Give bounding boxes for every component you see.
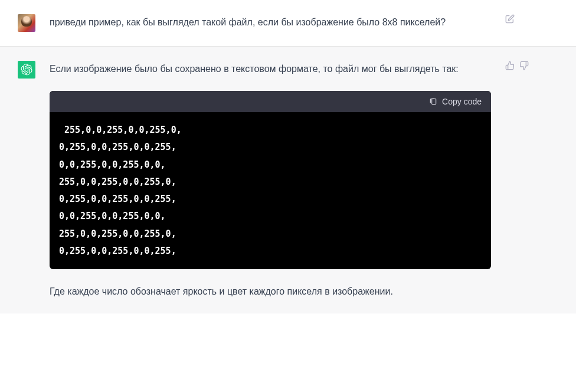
copy-code-label: Copy code — [442, 97, 482, 106]
thumbs-down-icon[interactable] — [519, 61, 529, 70]
user-content: приведи пример, как бы выглядел такой фа… — [50, 14, 491, 32]
code-header: Copy code — [50, 91, 491, 112]
svg-rect-0 — [432, 99, 436, 104]
assistant-outro-text: Где каждое число обозначает яркость и цв… — [50, 283, 491, 299]
assistant-actions — [505, 61, 529, 299]
user-avatar — [18, 14, 35, 32]
assistant-content: Если изображение было бы сохранено в тек… — [50, 61, 491, 299]
thumbs-up-icon[interactable] — [505, 61, 515, 70]
user-message-text: приведи пример, как бы выглядел такой фа… — [50, 14, 491, 30]
code-content: 255,0,0,255,0,0,255,0, 0,255,0,0,255,0,0… — [50, 112, 491, 269]
assistant-intro-text: Если изображение было бы сохранено в тек… — [50, 61, 491, 77]
assistant-message-block: Если изображение было бы сохранено в тек… — [0, 47, 576, 313]
clipboard-icon — [429, 97, 437, 106]
edit-icon[interactable] — [505, 14, 515, 24]
code-block: Copy code 255,0,0,255,0,0,255,0, 0,255,0… — [50, 91, 491, 269]
assistant-avatar — [18, 61, 35, 79]
user-message-block: приведи пример, как бы выглядел такой фа… — [0, 0, 576, 47]
copy-code-button[interactable]: Copy code — [429, 97, 482, 106]
user-actions — [505, 14, 515, 32]
assistant-logo-icon — [21, 64, 32, 76]
